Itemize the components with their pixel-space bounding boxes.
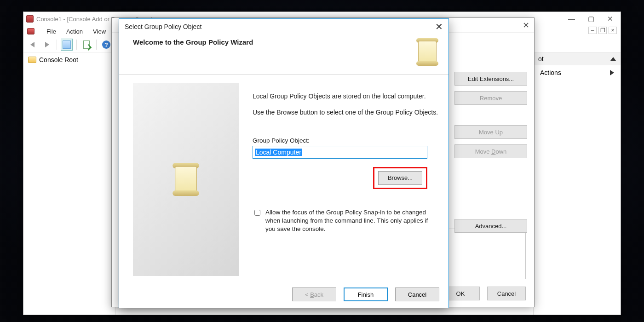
- gpo-close-button[interactable]: ✕: [435, 21, 443, 32]
- gpo-object-value: Local Computer: [255, 149, 302, 156]
- browse-highlight: Browse...: [373, 167, 427, 189]
- snapins-cancel-button[interactable]: Cancel: [487, 287, 526, 300]
- gpo-header: Welcome to the Group Policy Wizard: [119, 34, 448, 75]
- toolbar-separator-2: [76, 40, 77, 50]
- gpo-wizard-dialog: Select Group Policy Object ✕ Welcome to …: [119, 18, 449, 308]
- console-tree[interactable]: Console Root: [23, 52, 115, 315]
- menu-action[interactable]: Action: [66, 28, 83, 35]
- snapins-close-button[interactable]: ✕: [523, 20, 529, 30]
- nav-back-button[interactable]: [26, 39, 38, 51]
- move-down-button: Move Down: [454, 144, 527, 158]
- window-controls: — ▢ ✕: [568, 15, 618, 23]
- toolbar-separator: [57, 40, 57, 50]
- gpo-allow-focus-input[interactable]: [254, 209, 260, 216]
- finish-button[interactable]: Finish: [344, 288, 388, 301]
- mmc-doc-icon: [27, 28, 34, 34]
- maximize-button[interactable]: ▢: [588, 15, 594, 23]
- gpo-checkbox-text: Allow the focus of the Group Policy Snap…: [265, 208, 432, 234]
- back-button: < Back: [292, 288, 336, 301]
- gpo-paragraph-1: Local Group Policy Objects are stored on…: [253, 92, 439, 101]
- gpo-footer: < Back Finish Cancel: [292, 288, 439, 301]
- toolbar-separator-3: [96, 40, 97, 50]
- actions-header-text: ot: [538, 55, 544, 63]
- nav-forward-button[interactable]: [41, 39, 53, 51]
- mdi-restore[interactable]: ❐: [598, 27, 607, 34]
- mmc-app-icon: [26, 15, 34, 23]
- chevron-right-icon: [610, 70, 614, 75]
- minimize-button[interactable]: —: [568, 15, 575, 23]
- snapins-footer: OK Cancel: [441, 287, 526, 300]
- tree-root-item[interactable]: Console Root: [26, 55, 112, 64]
- actions-more-label: Actions: [540, 69, 561, 76]
- mdi-close[interactable]: ×: [609, 27, 617, 34]
- actions-pane-header[interactable]: ot: [534, 52, 621, 65]
- gpo-body: Local Group Policy Objects are stored on…: [119, 75, 448, 272]
- close-button[interactable]: ✕: [607, 15, 613, 23]
- advanced-button[interactable]: Advanced...: [454, 219, 527, 233]
- browse-button[interactable]: Browse...: [378, 171, 422, 185]
- remove-button: Remove: [454, 91, 527, 105]
- arrow-right-icon: [45, 42, 49, 47]
- help-icon: ?: [102, 40, 110, 49]
- gpo-object-field[interactable]: Local Computer: [253, 146, 427, 159]
- actions-more-row[interactable]: Actions: [534, 65, 621, 80]
- caret-up-icon: [610, 57, 616, 61]
- mdi-minimize[interactable]: –: [588, 27, 597, 34]
- gpo-field-label: Group Policy Object:: [253, 137, 439, 144]
- scroll-icon-small: [172, 163, 200, 196]
- scroll-icon: [415, 38, 439, 66]
- export-list-button[interactable]: [80, 39, 92, 51]
- gpo-sidebar-graphic: [133, 83, 239, 276]
- gpo-content: Local Group Policy Objects are stored on…: [253, 83, 439, 272]
- tree-root-label: Console Root: [39, 56, 78, 63]
- gpo-titlebar: Select Group Policy Object ✕: [119, 19, 448, 34]
- actions-pane: ot Actions: [533, 52, 621, 315]
- folder-icon: [28, 57, 36, 63]
- gpo-title-text: Select Group Policy Object: [125, 23, 201, 30]
- export-icon: [83, 40, 90, 49]
- menu-view[interactable]: View: [93, 28, 106, 35]
- gpo-paragraph-2: Use the Browse button to select one of t…: [253, 108, 439, 117]
- arrow-left-icon: [30, 42, 34, 47]
- panel-icon: [63, 40, 71, 49]
- move-up-button: Move Up: [454, 125, 527, 139]
- edit-extensions-button[interactable]: Edit Extensions...: [454, 72, 527, 86]
- mdi-window-controls: – ❐ ×: [588, 27, 617, 34]
- gpo-allow-focus-checkbox[interactable]: Allow the focus of the Group Policy Snap…: [253, 208, 432, 234]
- menu-file[interactable]: File: [46, 28, 56, 35]
- show-tree-button[interactable]: [61, 39, 73, 51]
- help-button[interactable]: ?: [100, 39, 112, 51]
- gpo-heading: Welcome to the Group Policy Wizard: [133, 38, 253, 46]
- cancel-button[interactable]: Cancel: [395, 288, 439, 301]
